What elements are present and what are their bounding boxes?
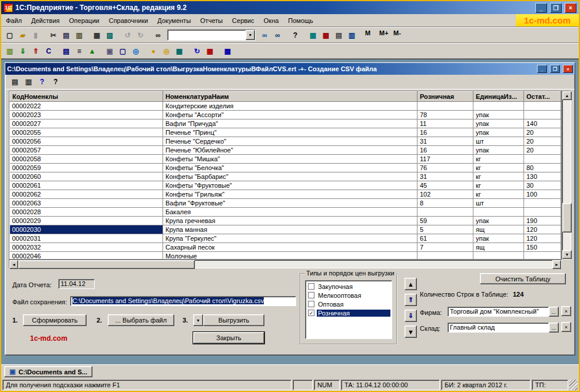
- print-setup-icon[interactable]: ▥: [22, 76, 35, 88]
- context-help-icon[interactable]: ?: [49, 76, 62, 88]
- table-cell[interactable]: 00002055: [10, 128, 163, 137]
- menu-item-действия[interactable]: Действия: [26, 15, 64, 26]
- table-cell[interactable]: кг: [473, 181, 524, 190]
- report-date-field[interactable]: 11.04.12: [58, 279, 95, 289]
- table-row[interactable]: 00002062Конфеты "Грильяж"102кг100: [10, 190, 561, 199]
- document-tab[interactable]: ▣ C:\Documents and S...: [4, 366, 92, 377]
- table-cell[interactable]: [473, 252, 524, 260]
- column-header[interactable]: ЕдиницаИз...: [473, 92, 524, 102]
- table-cell[interactable]: Конфеты "Барбарис": [163, 172, 417, 181]
- save-file-input[interactable]: C:\Documents and Settings\Владелец\Рабоч…: [70, 296, 296, 306]
- table-cell[interactable]: 102: [417, 190, 473, 199]
- calendar-red-icon[interactable]: ▦: [204, 45, 216, 57]
- menu-item-отчеты[interactable]: Отчеты: [195, 15, 227, 26]
- memory-button-М[interactable]: М: [363, 29, 376, 41]
- table-cell[interactable]: 140: [524, 119, 561, 128]
- table-cell[interactable]: 00002032: [10, 243, 163, 252]
- table-row[interactable]: 00002028Бакалея: [10, 208, 561, 217]
- memory-button-М+[interactable]: М+: [377, 29, 390, 41]
- menu-item-окна[interactable]: Окна: [259, 15, 284, 26]
- table-cell[interactable]: Вафли "Причуда": [163, 119, 417, 128]
- journal-icon[interactable]: ▤: [60, 45, 72, 57]
- table-cell[interactable]: 8: [417, 199, 473, 208]
- table-cell[interactable]: 120: [524, 225, 561, 234]
- value-combobox[interactable]: [167, 29, 256, 41]
- table-row[interactable]: 00002055Печенье "Принц"16упак20: [10, 128, 561, 137]
- horizontal-scrollbar[interactable]: [9, 260, 562, 268]
- column-header[interactable]: Остат...: [524, 92, 561, 102]
- table-cell[interactable]: упак: [473, 217, 524, 225]
- cut-icon[interactable]: ✂: [47, 29, 59, 41]
- table-row[interactable]: 00002030Крупа манная5ящ120: [10, 225, 561, 234]
- table-cell[interactable]: 00002029: [10, 217, 163, 225]
- table-cell[interactable]: упак: [473, 119, 524, 128]
- table-cell[interactable]: Кондитерские изделия: [163, 102, 417, 111]
- firm-field[interactable]: Торговый дом "Комплексный": [448, 307, 549, 317]
- table-row[interactable]: 00002061Конфеты "Фруктовые"45кг30: [10, 181, 561, 190]
- table-cell[interactable]: [524, 252, 561, 260]
- resize-grip[interactable]: [569, 380, 578, 390]
- inner-minimize-button[interactable]: _: [537, 65, 547, 73]
- table-cell[interactable]: Печенье "Сердечко": [163, 137, 417, 146]
- menu-item-помощь[interactable]: Помощь: [283, 15, 318, 26]
- checkbox-icon[interactable]: [308, 301, 314, 307]
- table-cell[interactable]: 00002061: [10, 181, 163, 190]
- inner-close-button[interactable]: ×: [563, 65, 573, 73]
- price-type-item[interactable]: ✓Розничная: [307, 308, 390, 317]
- table-cell[interactable]: Молочные: [163, 252, 417, 260]
- table-row[interactable]: 00002058Конфеты "Мишка"117кг: [10, 155, 561, 164]
- table-cell[interactable]: [524, 111, 561, 119]
- save-icon[interactable]: ▮: [29, 29, 42, 41]
- table-cell[interactable]: 11: [417, 119, 473, 128]
- table-cell[interactable]: Конфеты "Ассорти": [163, 111, 417, 119]
- menu-item-документы[interactable]: Документы: [153, 15, 195, 26]
- clear-table-button[interactable]: Очистить Таблицу: [480, 273, 566, 284]
- table-header-row[interactable]: КодНоменклыНоменклатураНаимРозничнаяЕдин…: [10, 92, 561, 102]
- generate-button[interactable]: Сформировать: [23, 314, 87, 326]
- notebook-icon[interactable]: ▥: [346, 29, 358, 41]
- table-row[interactable]: 00002032Сахарный песок7ящ150: [10, 243, 561, 252]
- find-icon[interactable]: ∞: [152, 29, 164, 41]
- table-cell[interactable]: ящ: [473, 225, 524, 234]
- inner-maximize-button[interactable]: ❐: [550, 65, 560, 73]
- price-type-list[interactable]: ЗакупочнаяМелкооптоваяОптовая✓Розничная: [305, 280, 392, 339]
- table-cell[interactable]: 00002058: [10, 155, 163, 164]
- table-row[interactable]: 00002023Конфеты "Ассорти"78упак: [10, 111, 561, 119]
- table-cell[interactable]: 00002027: [10, 119, 163, 128]
- table-cell[interactable]: Вафли "Фруктовые": [163, 199, 417, 208]
- scroll-up-icon[interactable]: [562, 91, 572, 100]
- checkbox-icon[interactable]: [308, 292, 314, 298]
- table-cell[interactable]: Бакалея: [163, 208, 417, 217]
- menu-item-справочники[interactable]: Справочники: [104, 15, 153, 26]
- scroll-left-icon[interactable]: [9, 260, 18, 269]
- table-cell[interactable]: 30: [524, 181, 561, 190]
- help-icon[interactable]: ?: [289, 29, 301, 41]
- new-file-icon[interactable]: ▢: [4, 29, 16, 41]
- paste-icon[interactable]: ▥: [73, 29, 85, 41]
- table-cell[interactable]: 00002022: [10, 102, 163, 111]
- help-icon[interactable]: ?: [36, 76, 48, 88]
- move-up-button[interactable]: ▲: [405, 278, 417, 290]
- export-dropdown-icon[interactable]: [193, 314, 203, 326]
- table-cell[interactable]: 00002046: [10, 252, 163, 260]
- table-cell[interactable]: кг: [473, 164, 524, 172]
- receipt-doc-icon[interactable]: ⇓: [16, 45, 29, 57]
- table-cell[interactable]: Конфеты "Мишка": [163, 155, 417, 164]
- table-cell[interactable]: кг: [473, 172, 524, 181]
- open-folder-icon[interactable]: ▰: [16, 29, 29, 41]
- combobox-value[interactable]: [168, 30, 246, 40]
- table-cell[interactable]: упак: [473, 146, 524, 155]
- table-cell[interactable]: 190: [524, 217, 561, 225]
- reports-icon[interactable]: ▲: [86, 45, 98, 57]
- table-cell[interactable]: 00002063: [10, 199, 163, 208]
- table-cell[interactable]: упак: [473, 234, 524, 243]
- refresh-icon[interactable]: ↻: [191, 45, 203, 57]
- calendar-icon[interactable]: ▦: [320, 29, 332, 41]
- table-cell[interactable]: 16: [417, 146, 473, 155]
- invoice-icon[interactable]: С: [42, 45, 55, 57]
- table-cell[interactable]: Крупа "Геркулес": [163, 234, 417, 243]
- table-cell[interactable]: 00002059: [10, 164, 163, 172]
- column-header[interactable]: КодНоменклы: [10, 92, 163, 102]
- table-cell[interactable]: кг: [473, 155, 524, 164]
- table-cell[interactable]: Конфеты "Белочка": [163, 164, 417, 172]
